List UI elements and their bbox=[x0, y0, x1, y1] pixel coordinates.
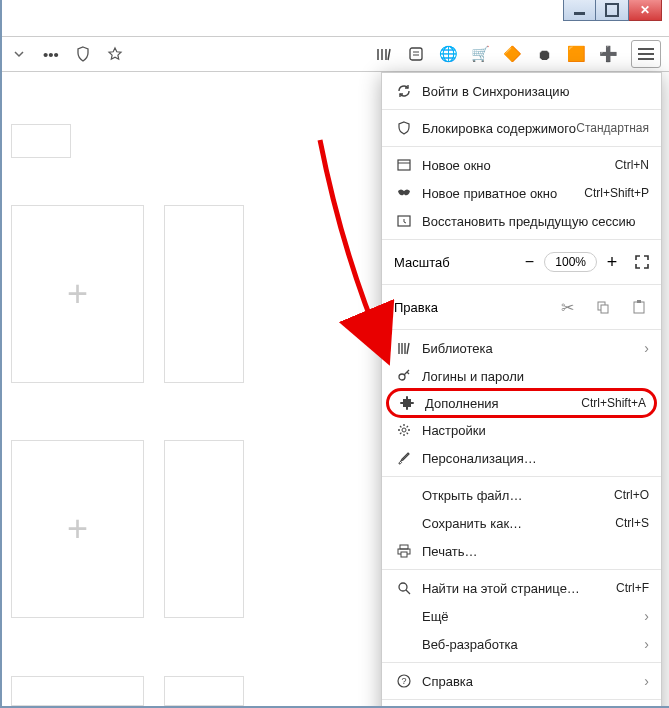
zoom-in-button[interactable]: + bbox=[597, 250, 627, 274]
app-menu: Войти в Синхронизацию Блокировка содержи… bbox=[381, 72, 662, 708]
window-maximize-button[interactable] bbox=[596, 0, 629, 21]
top-site-tile[interactable] bbox=[11, 124, 71, 158]
menu-label: Найти на этой странице… bbox=[422, 581, 616, 596]
copy-button[interactable] bbox=[585, 295, 621, 319]
menu-label: Ещё bbox=[422, 609, 644, 624]
menu-status: Стандартная bbox=[576, 121, 649, 135]
menu-exit[interactable]: Выход Ctrl+Shift+Q bbox=[382, 704, 661, 708]
print-icon bbox=[394, 543, 414, 559]
menu-label: Печать… bbox=[422, 544, 649, 559]
more-icon[interactable]: ••• bbox=[42, 45, 60, 63]
ext5-icon[interactable]: ➕ bbox=[599, 45, 617, 63]
menu-personalize[interactable]: Персонализация… bbox=[382, 444, 661, 472]
menu-settings[interactable]: Настройки bbox=[382, 416, 661, 444]
menu-new-private[interactable]: Новое приватное окно Ctrl+Shift+P bbox=[382, 179, 661, 207]
new-tab-tile[interactable]: + bbox=[11, 440, 144, 618]
chevron-right-icon: › bbox=[644, 340, 649, 356]
menu-label: Настройки bbox=[422, 423, 649, 438]
menu-label: Веб-разработка bbox=[422, 637, 644, 652]
svg-text:?: ? bbox=[401, 676, 406, 686]
menu-restore-session[interactable]: Восстановить предыдущую сессию bbox=[382, 207, 661, 235]
zoom-out-button[interactable]: − bbox=[514, 250, 544, 274]
menu-shortcut: Ctrl+Shift+P bbox=[584, 186, 649, 200]
search-icon bbox=[394, 580, 414, 596]
new-tab-tile[interactable] bbox=[164, 676, 244, 706]
svg-line-16 bbox=[406, 590, 410, 594]
new-tab-tile[interactable] bbox=[11, 676, 144, 706]
menu-label: Новое окно bbox=[422, 158, 615, 173]
cut-button[interactable]: ✂ bbox=[549, 295, 585, 319]
svg-point-15 bbox=[399, 583, 407, 591]
shield-icon[interactable] bbox=[74, 45, 92, 63]
chevron-right-icon: › bbox=[644, 673, 649, 689]
menu-new-window[interactable]: Новое окно Ctrl+N bbox=[382, 151, 661, 179]
svg-rect-0 bbox=[410, 48, 422, 60]
svg-rect-7 bbox=[601, 305, 608, 313]
ext4-icon[interactable]: 🟧 bbox=[567, 45, 585, 63]
menu-label: Логины и пароли bbox=[422, 369, 649, 384]
key-icon bbox=[394, 368, 414, 384]
menu-logins[interactable]: Логины и пароли bbox=[382, 362, 661, 390]
bookmark-star-icon[interactable] bbox=[106, 45, 124, 63]
menu-label: Восстановить предыдущую сессию bbox=[422, 214, 649, 229]
library-icon bbox=[394, 340, 414, 356]
cart-icon[interactable]: 🛒 bbox=[471, 45, 489, 63]
menu-edit-row: Правка ✂ bbox=[382, 289, 661, 325]
new-tab-tile[interactable] bbox=[164, 440, 244, 618]
chevron-right-icon: › bbox=[644, 608, 649, 624]
chevron-down-icon[interactable] bbox=[10, 45, 28, 63]
menu-addons[interactable]: Дополнения Ctrl+Shift+A bbox=[386, 388, 657, 418]
zoom-value[interactable]: 100% bbox=[544, 252, 597, 272]
fullscreen-button[interactable] bbox=[627, 250, 657, 274]
menu-zoom-row: Масштаб − 100% + bbox=[382, 244, 661, 280]
menu-label: Войти в Синхронизацию bbox=[422, 84, 649, 99]
reader-icon[interactable] bbox=[407, 45, 425, 63]
help-icon: ? bbox=[394, 673, 414, 689]
chevron-right-icon: › bbox=[644, 636, 649, 652]
menu-label: Сохранить как… bbox=[422, 516, 615, 531]
menu-help[interactable]: ? Справка › bbox=[382, 667, 661, 695]
menu-content-blocking[interactable]: Блокировка содержимого Стандартная bbox=[382, 114, 661, 142]
menu-label: Библиотека bbox=[422, 341, 644, 356]
ext1-icon[interactable]: 🌐 bbox=[439, 45, 457, 63]
mask-icon bbox=[394, 185, 414, 201]
gear-icon bbox=[394, 422, 414, 438]
brush-icon bbox=[394, 450, 414, 466]
svg-rect-12 bbox=[400, 545, 408, 549]
window-minimize-button[interactable] bbox=[563, 0, 596, 21]
puzzle-icon bbox=[397, 395, 417, 411]
menu-shortcut: Ctrl+S bbox=[615, 516, 649, 530]
menu-sync[interactable]: Войти в Синхронизацию bbox=[382, 77, 661, 105]
edit-label: Правка bbox=[394, 300, 549, 315]
svg-rect-14 bbox=[401, 552, 407, 557]
new-tab-tile[interactable] bbox=[164, 205, 244, 383]
browser-toolbar: ••• 🌐 🛒 🔶 ⏺ 🟧 ➕ bbox=[2, 36, 669, 72]
shield-icon bbox=[394, 120, 414, 136]
library-icon[interactable] bbox=[375, 45, 393, 63]
menu-library[interactable]: Библиотека › bbox=[382, 334, 661, 362]
paste-button[interactable] bbox=[621, 295, 657, 319]
ext3-icon[interactable]: ⏺ bbox=[535, 45, 553, 63]
window-close-button[interactable] bbox=[629, 0, 662, 21]
menu-save-as[interactable]: Сохранить как… Ctrl+S bbox=[382, 509, 661, 537]
new-tab-tile[interactable]: + bbox=[11, 205, 144, 383]
svg-rect-3 bbox=[398, 160, 410, 170]
ext2-icon[interactable]: 🔶 bbox=[503, 45, 521, 63]
app-menu-button[interactable] bbox=[631, 40, 661, 68]
sync-icon bbox=[394, 83, 414, 99]
menu-webdev[interactable]: Веб-разработка › bbox=[382, 630, 661, 658]
window-icon bbox=[394, 157, 414, 173]
menu-label: Новое приватное окно bbox=[422, 186, 584, 201]
menu-find[interactable]: Найти на этой странице… Ctrl+F bbox=[382, 574, 661, 602]
menu-label: Персонализация… bbox=[422, 451, 649, 466]
svg-rect-9 bbox=[637, 300, 641, 303]
menu-print[interactable]: Печать… bbox=[382, 537, 661, 565]
menu-more[interactable]: Ещё › bbox=[382, 602, 661, 630]
menu-shortcut: Ctrl+Shift+A bbox=[581, 396, 646, 410]
menu-label: Открыть файл… bbox=[422, 488, 614, 503]
menu-shortcut: Ctrl+O bbox=[614, 488, 649, 502]
menu-open-file[interactable]: Открыть файл… Ctrl+O bbox=[382, 481, 661, 509]
menu-label: Дополнения bbox=[425, 396, 581, 411]
svg-rect-8 bbox=[634, 302, 644, 313]
menu-shortcut: Ctrl+F bbox=[616, 581, 649, 595]
